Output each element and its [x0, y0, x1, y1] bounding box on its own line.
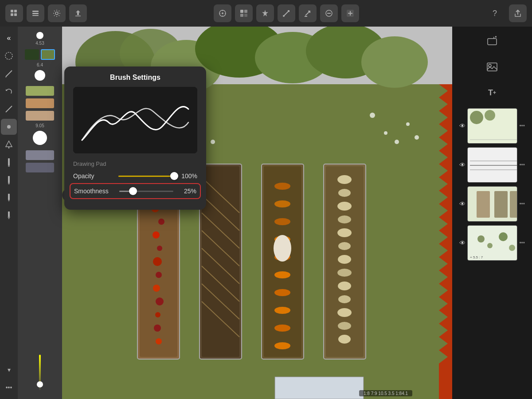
undo-tool[interactable]: [1, 83, 17, 99]
opacity-slider-container[interactable]: [118, 172, 174, 180]
svg-point-62: [274, 218, 290, 225]
color-dark-gray[interactable]: [26, 163, 54, 172]
minus-button[interactable]: [320, 4, 338, 22]
settings-button[interactable]: [48, 4, 66, 22]
opacity-value: 100%: [180, 172, 197, 180]
svg-point-91: [395, 140, 399, 144]
star-tool-button[interactable]: [256, 4, 274, 22]
grid-button[interactable]: [5, 4, 23, 22]
svg-point-123: [499, 232, 508, 241]
svg-point-46: [154, 325, 161, 332]
back-button[interactable]: «: [1, 30, 17, 46]
svg-point-98: [7, 125, 11, 129]
layer-4-thumbnail[interactable]: + 5.5 : 7: [467, 225, 517, 261]
layer-2-visibility[interactable]: 👁: [459, 161, 466, 168]
svg-rect-16: [240, 14, 243, 17]
layer-2-thumbnail[interactable]: [467, 147, 517, 183]
pen-center-button[interactable]: [278, 4, 295, 22]
svg-point-7: [55, 12, 58, 15]
svg-point-9: [222, 12, 223, 14]
svg-point-93: [415, 135, 419, 140]
color-tan[interactable]: [26, 111, 54, 121]
color-blue-gray[interactable]: [26, 150, 54, 160]
svg-point-83: [337, 308, 352, 317]
toolbar-center: [87, 4, 486, 22]
eraser-center-button[interactable]: [299, 4, 317, 22]
add-text-button[interactable]: T+: [481, 82, 503, 104]
layer-4-more[interactable]: •••: [519, 240, 525, 246]
color-orange-brown[interactable]: [26, 98, 54, 108]
svg-point-102: [8, 183, 10, 184]
svg-rect-118: [494, 191, 508, 218]
size-slider[interactable]: [39, 355, 41, 390]
add-image-button[interactable]: [481, 56, 503, 78]
color-light-green[interactable]: [26, 86, 54, 96]
brush-large[interactable]: [33, 131, 47, 145]
smoothness-track: [119, 191, 173, 192]
svg-point-69: [274, 342, 290, 349]
svg-rect-101: [8, 176, 10, 183]
brush-type-button[interactable]: [235, 4, 253, 22]
fill-tool[interactable]: [1, 137, 17, 153]
svg-point-114: [485, 110, 495, 121]
layer-4-visibility[interactable]: 👁: [459, 239, 466, 246]
layer-row-2: 👁 •••: [456, 146, 528, 184]
svg-point-41: [153, 257, 162, 266]
opacity-thumb[interactable]: [170, 172, 178, 180]
svg-point-65: [274, 271, 290, 278]
layers-button[interactable]: [27, 4, 44, 22]
layer-3-more[interactable]: •••: [519, 201, 525, 207]
pen-tool-3[interactable]: [1, 190, 17, 206]
down-arrow-button[interactable]: ▾: [1, 362, 17, 378]
plus-button[interactable]: [341, 4, 359, 22]
svg-rect-105: [73, 87, 197, 153]
svg-point-79: [338, 255, 351, 264]
svg-point-74: [338, 189, 351, 197]
move-tool-button[interactable]: [214, 4, 231, 22]
export-button[interactable]: [69, 4, 87, 22]
tools-column: «: [0, 27, 18, 399]
brush-size-1: 4.53: [35, 41, 44, 46]
color-dark-green[interactable]: [25, 49, 39, 60]
svg-point-113: [470, 111, 483, 124]
svg-point-90: [384, 131, 387, 135]
brush-stroke-svg: [73, 87, 197, 153]
pen-tool-4[interactable]: [1, 207, 17, 223]
brushes-column: 4.53 6.4 9.05: [18, 27, 62, 399]
layer-2-more[interactable]: •••: [519, 162, 525, 168]
help-button[interactable]: ?: [486, 4, 504, 22]
line-tool[interactable]: [1, 101, 17, 117]
svg-point-75: [337, 202, 352, 211]
brush-small[interactable]: [36, 32, 43, 39]
dot-tool[interactable]: [1, 119, 17, 135]
layer-1-visibility[interactable]: 👁: [459, 122, 466, 129]
svg-point-68: [274, 325, 290, 332]
svg-rect-2: [11, 13, 13, 16]
left-sidebar: «: [0, 27, 62, 399]
new-layer-button[interactable]: [481, 30, 503, 52]
smoothness-slider-container[interactable]: [119, 187, 173, 196]
pen-tool-1[interactable]: [1, 154, 17, 170]
svg-rect-3: [14, 13, 17, 16]
share-button[interactable]: [509, 4, 527, 22]
svg-rect-100: [8, 165, 10, 167]
layer-3-visibility[interactable]: 👁: [459, 200, 466, 207]
layer-1-more[interactable]: •••: [519, 123, 525, 129]
pen-tool-2[interactable]: [1, 172, 17, 188]
brush-size-3: 9.05: [35, 123, 44, 128]
draw-tool[interactable]: [1, 66, 17, 82]
more-tools-button[interactable]: •••: [1, 379, 17, 395]
brush-medium[interactable]: [35, 70, 45, 81]
smoothness-value: 25%: [179, 188, 196, 195]
svg-point-81: [338, 282, 351, 290]
color-medium-green[interactable]: [41, 49, 55, 60]
layer-1-thumbnail[interactable]: [467, 108, 517, 144]
lasso-tool[interactable]: [1, 48, 17, 64]
size-slider-thumb[interactable]: [37, 381, 43, 387]
svg-rect-1: [14, 10, 17, 12]
svg-point-18: [283, 15, 285, 17]
smoothness-row: Smoothness 25%: [70, 183, 201, 199]
svg-rect-0: [11, 10, 13, 12]
smoothness-thumb[interactable]: [129, 187, 137, 195]
layer-3-thumbnail[interactable]: [467, 186, 517, 222]
